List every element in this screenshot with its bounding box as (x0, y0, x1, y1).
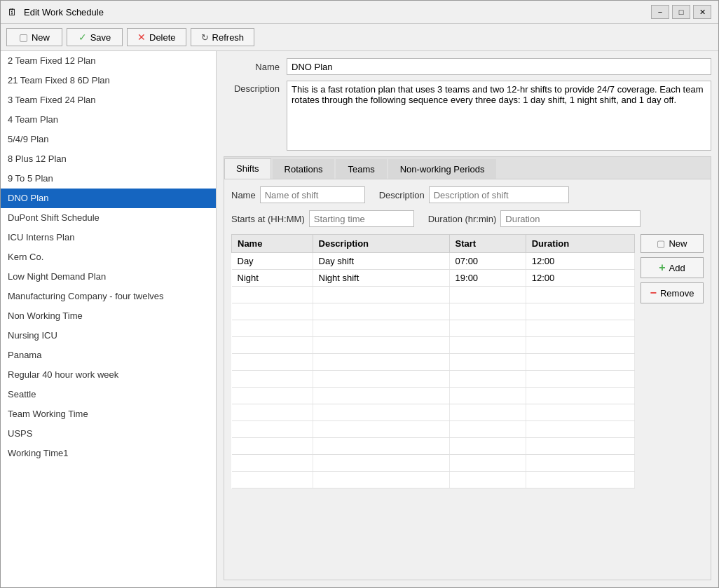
shift-duration-group: Duration (hr:min) (428, 210, 641, 227)
tab-rotations[interactable]: Rotations (273, 159, 335, 179)
shifts-buttons: ▢ New + Add − Remove (641, 234, 704, 573)
sidebar-item[interactable]: Seattle (1, 385, 216, 404)
shift-starts-label: Starts at (HH:MM) (231, 214, 305, 224)
refresh-icon: ↻ (201, 32, 209, 43)
cell-empty (232, 404, 313, 421)
refresh-button[interactable]: ↻ Refresh (191, 28, 255, 46)
save-label: Save (90, 32, 111, 43)
cell-empty (526, 337, 634, 354)
tab-content: Name Description Starts at (HH:MM) (224, 179, 711, 580)
sidebar-item[interactable]: Team Working Time (1, 404, 216, 424)
shift-form-row1: Name Description (231, 186, 704, 203)
maximize-button[interactable]: □ (672, 5, 690, 19)
sidebar: 2 Team Fixed 12 Plan21 Team Fixed 8 6D P… (1, 51, 217, 587)
main-window: 🗓 Edit Work Schedule − □ ✕ ▢ New ✓ Save … (0, 0, 719, 588)
cell-empty (449, 371, 526, 388)
sidebar-item[interactable]: 8 Plus 12 Plan (1, 149, 216, 169)
cell-empty (232, 303, 313, 320)
sidebar-item[interactable]: Low Night Demand Plan (1, 267, 216, 287)
sidebar-item[interactable]: 9 To 5 Plan (1, 169, 216, 189)
cell-empty (313, 472, 449, 488)
col-start: Start (449, 235, 526, 253)
delete-button[interactable]: ✕ Delete (127, 28, 186, 46)
toolbar: ▢ New ✓ Save ✕ Delete ↻ Refresh (1, 24, 718, 51)
sidebar-item[interactable]: Nursing ICU (1, 326, 216, 346)
tab-teams[interactable]: Teams (336, 159, 386, 179)
shift-desc-group: Description (379, 186, 569, 203)
table-row[interactable]: NightNight shift19:0012:00 (232, 270, 635, 287)
cell-empty (449, 320, 526, 337)
cell-empty (449, 455, 526, 472)
tab-non-working-periods[interactable]: Non-working Periods (388, 159, 497, 179)
sidebar-item[interactable]: 3 Team Fixed 24 Plan (1, 90, 216, 110)
cell-empty (526, 421, 634, 438)
cell-empty (526, 320, 634, 337)
delete-icon: ✕ (137, 32, 146, 43)
sidebar-item[interactable]: 21 Team Fixed 8 6D Plan (1, 71, 216, 90)
name-label: Name (224, 62, 287, 72)
shift-name-group: Name (231, 186, 365, 203)
sidebar-item[interactable]: ICU Interns Plan (1, 228, 216, 247)
shift-duration-input[interactable] (500, 210, 641, 227)
name-input[interactable] (287, 58, 711, 75)
col-description: Description (313, 235, 449, 253)
table-row-empty (232, 371, 635, 388)
save-button[interactable]: ✓ Save (67, 28, 123, 46)
shift-add-button[interactable]: + Add (641, 257, 704, 278)
cell-empty (449, 404, 526, 421)
shift-new-button[interactable]: ▢ New (641, 234, 704, 253)
refresh-label: Refresh (212, 32, 245, 43)
sidebar-item[interactable]: Working Time1 (1, 444, 216, 463)
cell-empty (232, 287, 313, 303)
sidebar-item[interactable]: USPS (1, 424, 216, 444)
close-button[interactable]: ✕ (693, 5, 711, 19)
cell-empty (232, 371, 313, 388)
cell-empty (526, 388, 634, 404)
new-button[interactable]: ▢ New (6, 28, 62, 46)
shift-starts-input[interactable] (309, 210, 414, 227)
shift-description-input[interactable] (429, 186, 569, 203)
shift-remove-button[interactable]: − Remove (641, 282, 704, 303)
cell-duration: 12:00 (526, 253, 634, 270)
sidebar-item[interactable]: Non Working Time (1, 306, 216, 326)
tabs-header: ShiftsRotationsTeamsNon-working Periods (224, 157, 711, 179)
cell-empty (449, 438, 526, 455)
new-label: New (32, 32, 50, 43)
sidebar-item[interactable]: Kern Co. (1, 247, 216, 267)
sidebar-item[interactable]: 2 Team Fixed 12 Plan (1, 51, 216, 71)
sidebar-item[interactable]: DNO Plan (1, 189, 216, 208)
table-row-empty (232, 421, 635, 438)
cell-start: 19:00 (449, 270, 526, 287)
shift-name-input[interactable] (260, 186, 365, 203)
tabs-container: ShiftsRotationsTeamsNon-working Periods … (224, 156, 711, 580)
right-panel: Name Description ShiftsRotationsTeamsNon… (217, 51, 718, 587)
table-row[interactable]: DayDay shift07:0012:00 (232, 253, 635, 270)
description-input[interactable] (287, 81, 711, 151)
cell-empty (313, 455, 449, 472)
table-row-empty (232, 337, 635, 354)
shift-new-label: New (669, 238, 687, 249)
table-row-empty (232, 320, 635, 337)
cell-description: Day shift (313, 253, 449, 270)
sidebar-item[interactable]: 4 Team Plan (1, 110, 216, 130)
sidebar-item[interactable]: Regular 40 hour work week (1, 365, 216, 385)
cell-empty (449, 421, 526, 438)
table-row-empty (232, 303, 635, 320)
cell-empty (232, 354, 313, 371)
cell-empty (313, 438, 449, 455)
tab-shifts[interactable]: Shifts (224, 158, 271, 179)
cell-duration: 12:00 (526, 270, 634, 287)
description-row: Description (224, 81, 711, 151)
title-bar: 🗓 Edit Work Schedule − □ ✕ (1, 1, 718, 24)
cell-empty (449, 337, 526, 354)
cell-empty (526, 404, 634, 421)
sidebar-item[interactable]: Panama (1, 346, 216, 365)
sidebar-item[interactable]: 5/4/9 Plan (1, 130, 216, 149)
table-row-empty (232, 438, 635, 455)
sidebar-item[interactable]: Manufacturing Company - four twelves (1, 287, 216, 306)
cell-name: Day (232, 253, 313, 270)
sidebar-item[interactable]: DuPont Shift Schedule (1, 208, 216, 228)
delete-label: Delete (149, 32, 176, 43)
cell-start: 07:00 (449, 253, 526, 270)
minimize-button[interactable]: − (651, 5, 669, 19)
